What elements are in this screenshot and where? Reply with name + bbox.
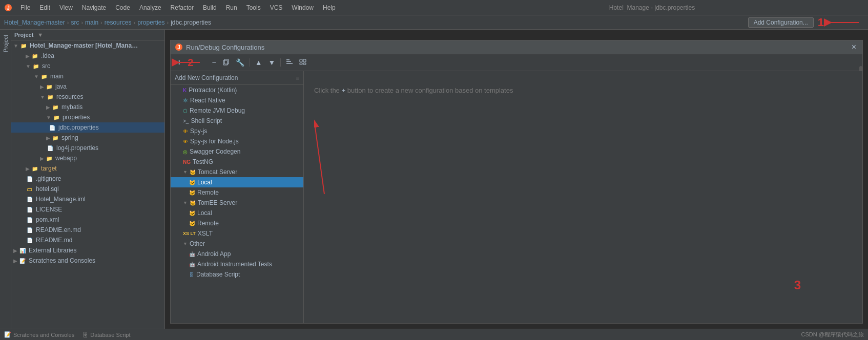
tree-gitignore[interactable]: 📄 .gitignore (11, 174, 164, 184)
config-item-react-native[interactable]: ⚛ React Native (171, 95, 303, 105)
config-item-tomee-remote[interactable]: 🐱 Remote (171, 218, 303, 228)
tree-scratches[interactable]: ▶ 📝 Scratches and Consoles (11, 256, 164, 266)
tree-resources[interactable]: ▼ 📁 resources (11, 92, 164, 102)
config-list-header: Add New Configuration ≡ (171, 71, 303, 85)
tree-target[interactable]: ▶ 📁 target (11, 163, 164, 174)
config-item-shell[interactable]: >_ Shell Script (171, 116, 303, 126)
config-item-protractor[interactable]: K Protractor (Kotlin) (171, 85, 303, 95)
tree-pom[interactable]: 📄 pom.xml (11, 215, 164, 225)
config-group-other[interactable]: ▼ Other (171, 239, 303, 249)
tree-spring[interactable]: ▶ 📁 spring (11, 133, 164, 143)
spyjs-node-icon: 👁 (183, 139, 188, 144)
config-item-xslt[interactable]: XS LT XSLT (171, 228, 303, 239)
config-item-spyjs-node[interactable]: 👁 Spy-js for Node.js (171, 136, 303, 146)
breadcrumb-resources[interactable]: resources (105, 19, 132, 26)
add-configuration-button[interactable]: Add Configuration... (748, 17, 814, 28)
tree-java[interactable]: ▶ 📁 java (11, 81, 164, 92)
svg-rect-11 (300, 59, 302, 62)
toolbar-up-button[interactable]: ▲ (253, 57, 264, 68)
config-label-db-script: Database Script (196, 271, 240, 278)
tree-label-target: target (41, 165, 57, 172)
config-item-db-script[interactable]: 🗄 Database Script (171, 269, 303, 280)
vtab-project[interactable]: Project (1, 32, 10, 55)
swagger-icon: ◎ (183, 149, 188, 155)
menu-edit[interactable]: Edit (35, 3, 54, 12)
tree-label-main: main (50, 73, 64, 80)
db-status-icon: 🗄 (82, 332, 88, 338)
tree-src[interactable]: ▼ 📁 src (11, 61, 164, 71)
config-item-spyjs[interactable]: 👁 Spy-js (171, 126, 303, 136)
gitignore-icon: 📄 (26, 175, 34, 183)
tree-idea[interactable]: ▶ 📁 .idea (11, 51, 164, 61)
breadcrumb-main[interactable]: main (85, 19, 98, 26)
config-item-swagger[interactable]: ◎ Swagger Codegen (171, 146, 303, 157)
toolbar-copy-button[interactable] (220, 57, 232, 68)
tree-label-gitignore: .gitignore (36, 175, 61, 182)
config-label-react: React Native (190, 97, 225, 104)
db-script-status-label: Database Script (90, 332, 130, 338)
config-item-testng[interactable]: NG TestNG (171, 157, 303, 167)
run-debug-dialog: J Run/Debug Configurations × + 2 − 🔧 (170, 40, 863, 324)
menu-analyze[interactable]: Analyze (135, 3, 166, 12)
sidebar-dropdown[interactable]: ▼ (37, 32, 43, 38)
idea-folder-icon: 📁 (31, 52, 39, 60)
toolbar-minus-button[interactable]: − (210, 57, 218, 68)
breadcrumb-project[interactable]: Hotel_Manage-master (4, 19, 65, 26)
config-item-tomcat-local[interactable]: 🐱 Local (171, 177, 303, 187)
menu-window[interactable]: Window (287, 3, 318, 12)
menu-help[interactable]: Help (319, 3, 340, 12)
toolbar-down-button[interactable]: ▼ (266, 57, 278, 68)
tree-webapp[interactable]: ▶ 📁 webapp (11, 153, 164, 163)
config-item-tomcat-remote[interactable]: 🐱 Remote (171, 187, 303, 198)
menu-run[interactable]: Run (222, 3, 241, 12)
menu-tools[interactable]: Tools (242, 3, 265, 12)
config-group-tomee[interactable]: ▼ 🐱 TomEE Server (171, 198, 303, 208)
chevron-main: ▼ (34, 74, 39, 79)
config-item-remote-jvm[interactable]: ⬡ Remote JVM Debug (171, 105, 303, 116)
menu-navigate[interactable]: Navigate (78, 3, 110, 12)
project-icon: 📁 (19, 41, 28, 50)
tree-readme[interactable]: 📄 README.md (11, 235, 164, 245)
dialog-close-button[interactable]: × (850, 42, 858, 52)
config-item-android-app[interactable]: 🤖 Android App (171, 249, 303, 259)
menu-refactor[interactable]: Refactor (167, 3, 198, 12)
menu-file[interactable]: File (16, 3, 34, 12)
config-label-tomcat-remote: Remote (197, 189, 219, 196)
tree-hotel-iml[interactable]: 📄 Hotel_Manage.iml (11, 194, 164, 204)
android-tests-icon: 🤖 (189, 262, 195, 267)
breadcrumb-properties[interactable]: properties (137, 19, 164, 26)
sidebar: Project ▼ ▼ 📁 Hotel_Manage-master [Hotel… (11, 30, 165, 329)
tree-log4j[interactable]: 📄 log4j.properties (11, 143, 164, 153)
tree-license[interactable]: 📄 LICENSE (11, 204, 164, 215)
toolbar-sort-button[interactable] (284, 57, 295, 68)
tree-label-readme: README.md (36, 237, 72, 244)
other-chevron: ▼ (183, 241, 188, 246)
menu-view[interactable]: View (55, 3, 77, 12)
tree-mybatis[interactable]: ▶ 📁 mybatis (11, 102, 164, 112)
tree-project-root[interactable]: ▼ 📁 Hotel_Manage-master [Hotel_Mana… (11, 40, 164, 51)
config-item-tomee-local[interactable]: 🐱 Local (171, 208, 303, 218)
config-group-tomcat[interactable]: ▼ 🐱 Tomcat Server (171, 167, 303, 177)
window-title: Hotel_Manage - jdbc.properties (440, 4, 864, 11)
scratches-icon: 📝 (18, 257, 27, 265)
toolbar-group-button[interactable] (297, 57, 308, 68)
tree-properties[interactable]: ▼ 📁 properties (11, 112, 164, 122)
src-folder-icon: 📁 (32, 62, 40, 70)
toolbar-settings-button[interactable]: 🔧 (234, 57, 246, 68)
webapp-folder-icon: 📁 (45, 154, 53, 162)
config-item-android-tests[interactable]: 🤖 Android Instrumented Tests (171, 259, 303, 269)
tree-main[interactable]: ▼ 📁 main (11, 71, 164, 81)
menu-build[interactable]: Build (199, 3, 221, 12)
tree-readme-en[interactable]: 📄 README.en.md (11, 225, 164, 235)
breadcrumb-src[interactable]: src (71, 19, 79, 26)
tree-label-java: java (55, 83, 67, 90)
menu-code[interactable]: Code (111, 3, 134, 12)
tree-jdbc-properties[interactable]: 📄 jdbc.properties (11, 122, 164, 133)
menu-vcs[interactable]: VCS (266, 3, 287, 12)
arrow-1 (823, 15, 864, 30)
config-label-tomee: TomEE Server (198, 199, 237, 206)
tree-hotel-sql[interactable]: 🗃 hotel.sql (11, 184, 164, 194)
license-icon: 📄 (26, 205, 34, 214)
tree-ext-libraries[interactable]: ▶ 📊 External Libraries (11, 245, 164, 256)
tomcat-group-icon: 🐱 (190, 169, 196, 175)
